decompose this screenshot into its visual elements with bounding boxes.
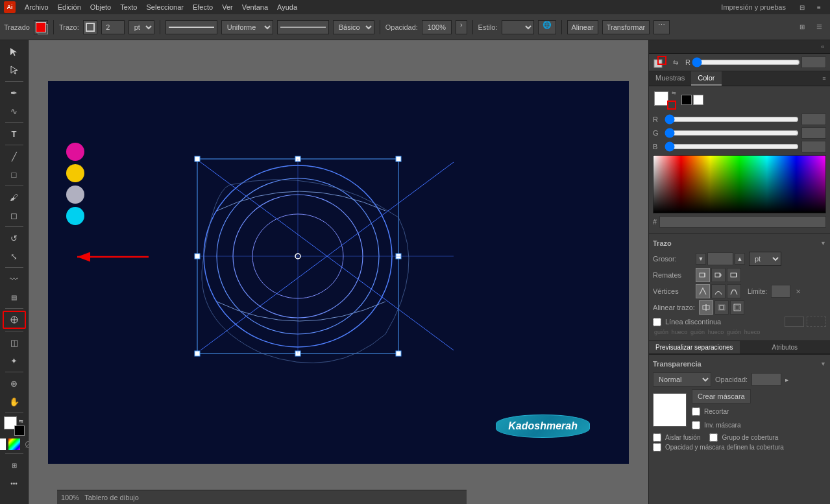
stroke-color-swatch[interactable] — [83, 20, 97, 34]
line-tool[interactable]: ╱ — [3, 147, 26, 165]
rotate-tool[interactable]: ↺ — [3, 229, 26, 247]
menu-texto[interactable]: Texto — [120, 3, 137, 11]
grosor-input[interactable]: 2 pt — [707, 252, 733, 265]
curvature-tool[interactable]: ∿ — [3, 102, 26, 120]
gradient-mode-btn[interactable] — [8, 438, 20, 450]
opacity-input[interactable] — [422, 20, 452, 34]
direct-select-tool[interactable] — [3, 61, 26, 79]
collapse-btn[interactable]: « — [821, 41, 827, 53]
g-slider-main[interactable] — [665, 130, 799, 136]
stroke-section-title[interactable]: Trazo ▼ — [653, 238, 826, 250]
grosor-up-btn[interactable]: ▲ — [735, 253, 745, 265]
more-tools-btn[interactable]: ••• — [3, 474, 26, 492]
gradient-tool[interactable]: ◫ — [3, 333, 26, 352]
inv-mascara-checkbox[interactable] — [692, 421, 700, 429]
menu-icon[interactable]: ≡ — [812, 0, 826, 14]
grosor-down-btn[interactable]: ▼ — [696, 253, 706, 265]
paint-brush-tool[interactable]: 🖌 — [3, 188, 26, 206]
stroke-unit-select[interactable]: pt — [128, 20, 154, 34]
web-icon-btn[interactable]: 🌐 — [538, 20, 556, 34]
canvas-area[interactable]: Kadoshmerah 100% Tablero de dibujo — [29, 40, 648, 504]
b-value-input[interactable] — [801, 141, 826, 152]
menu-ver[interactable]: Ver — [222, 3, 233, 11]
white-swatch[interactable] — [693, 95, 703, 105]
remate-round-btn[interactable] — [711, 268, 726, 282]
alinear-center-btn[interactable] — [699, 300, 713, 315]
dash-btn-1[interactable] — [785, 317, 804, 327]
eraser-tool[interactable]: ◻ — [3, 206, 26, 224]
crear-mascara-btn[interactable]: Crear máscara — [692, 389, 751, 403]
swap-icon[interactable]: ⇆ — [668, 55, 683, 69]
stroke-width-input[interactable] — [101, 20, 125, 34]
style-select[interactable] — [502, 20, 534, 34]
type-tool[interactable]: T — [3, 125, 26, 143]
panel-grid-icon[interactable]: ⊞ — [795, 20, 809, 34]
hand-tool[interactable]: ✋ — [3, 392, 26, 411]
r-input[interactable] — [801, 56, 826, 68]
transparency-title[interactable]: Transparencia ▼ — [653, 359, 826, 370]
opacity-transp-input[interactable]: 100% — [751, 373, 781, 386]
blend-mode-select[interactable]: Normal — [653, 372, 711, 387]
arrange-icon[interactable]: ⊟ — [795, 0, 809, 14]
vertice-round-btn[interactable] — [711, 284, 726, 298]
stroke-profile-select[interactable]: Uniforme — [221, 20, 273, 34]
panel-menu-icon[interactable]: ≡ — [820, 74, 829, 83]
vertice-miter-btn[interactable] — [696, 284, 710, 298]
scale-tool[interactable]: ⤡ — [3, 247, 26, 265]
eyedropper-tool[interactable]: ✦ — [3, 352, 26, 370]
limite-close-btn[interactable]: ✕ — [796, 288, 801, 295]
transform-btn[interactable]: Transformar — [602, 20, 650, 34]
graph-tool[interactable]: ▤ — [3, 288, 26, 306]
fill-stroke-swatches[interactable]: ⇆ — [4, 416, 25, 436]
tab-muestras[interactable]: Muestras — [649, 71, 691, 86]
menu-seleccionar[interactable]: Seleccionar — [146, 3, 183, 11]
menu-archivo[interactable]: Archivo — [25, 3, 49, 11]
stroke-profile-preview[interactable] — [165, 20, 217, 34]
recortar-checkbox[interactable] — [692, 407, 700, 416]
mesh-tool[interactable] — [3, 311, 26, 329]
stroke-type-preview[interactable] — [277, 20, 329, 34]
grosor-unit-select[interactable]: pt — [749, 252, 781, 266]
menu-ventana[interactable]: Ventana — [242, 3, 268, 11]
menu-objeto[interactable]: Objeto — [90, 3, 111, 11]
dash-btn-2[interactable] — [807, 317, 826, 327]
menu-efecto[interactable]: Efecto — [193, 3, 213, 11]
menu-edicion[interactable]: Edición — [58, 3, 81, 11]
color-picker[interactable] — [653, 155, 826, 213]
fill-swatch[interactable] — [34, 20, 48, 34]
vertice-bevel-btn[interactable] — [727, 284, 741, 298]
more-transform-btn[interactable]: ⋯ — [653, 20, 670, 34]
menu-ayuda[interactable]: Ayuda — [277, 3, 297, 11]
g-value-input[interactable] — [801, 127, 826, 139]
white-mode-btn[interactable] — [0, 438, 6, 450]
limite-input[interactable]: 10 — [771, 285, 790, 298]
r-value-input[interactable] — [801, 114, 826, 125]
remate-butt-btn[interactable] — [696, 268, 710, 282]
remate-square-btn[interactable] — [727, 268, 741, 282]
panel-list-icon[interactable]: ☰ — [812, 20, 826, 34]
b-slider-main[interactable] — [665, 143, 799, 150]
alinear-inner-btn[interactable] — [714, 300, 729, 315]
grupo-cobertura-checkbox[interactable] — [709, 433, 718, 442]
pen-tool[interactable]: ✒ — [3, 84, 26, 102]
color-fill-stroke[interactable]: ⇆ — [653, 90, 676, 110]
more-options-btn[interactable]: › — [456, 20, 467, 34]
hex-input[interactable] — [659, 216, 826, 228]
artboard-nav-btn[interactable]: ⊞ — [3, 456, 26, 474]
opacity-arrow-btn[interactable]: ▸ — [785, 376, 788, 383]
opacidad-mascara-checkbox[interactable] — [653, 443, 661, 451]
r-slider[interactable] — [692, 60, 800, 65]
sep-tab-atributos[interactable]: Atributos — [740, 341, 831, 354]
black-swatch[interactable] — [681, 95, 692, 105]
fill-stroke-icon[interactable] — [653, 55, 667, 69]
tab-color[interactable]: Color — [691, 71, 721, 86]
linea-discontinua-checkbox[interactable] — [653, 318, 661, 326]
sep-tab-previsualizar[interactable]: Previsualizar separaciones — [649, 341, 740, 354]
aislar-fusion-checkbox[interactable] — [653, 433, 661, 442]
warp-tool[interactable]: 〰 — [3, 270, 26, 288]
alinear-outer-btn[interactable] — [730, 300, 744, 315]
rect-tool[interactable]: □ — [3, 165, 26, 184]
selection-tool[interactable] — [3, 43, 26, 61]
zoom-tool[interactable]: ⊕ — [3, 374, 26, 392]
align-btn[interactable]: Alinear — [567, 20, 598, 34]
